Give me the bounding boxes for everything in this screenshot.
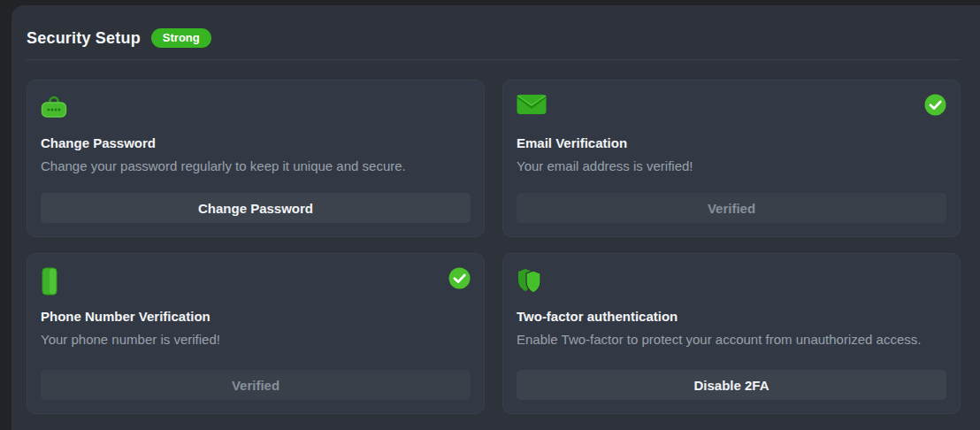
email-verified-button[interactable]: Verified: [517, 193, 946, 223]
card-two-factor: Two-factor authentication Enable Two-fac…: [502, 253, 961, 414]
shield-icon: [517, 267, 547, 296]
card-email-verification: Email Verification Your email address is…: [502, 80, 961, 237]
card-top-row: [41, 94, 471, 122]
panel-header: Security Setup Strong: [27, 27, 961, 48]
card-description: Enable Two-factor to protect your accoun…: [517, 332, 946, 347]
card-phone-verification: Phone Number Verification Your phone num…: [27, 253, 485, 414]
verified-check-icon: [924, 94, 946, 116]
header-divider: [27, 59, 961, 60]
verified-check-icon: [448, 267, 471, 289]
phone-icon: [41, 267, 58, 296]
card-description: Your email address is verified!: [517, 158, 946, 173]
security-cards-grid: Change Password Change your password reg…: [27, 80, 961, 414]
card-description: Change your password regularly to keep i…: [41, 158, 471, 173]
card-top-row: [41, 267, 471, 296]
disable-2fa-button[interactable]: Disable 2FA: [517, 370, 946, 400]
card-title: Phone Number Verification: [41, 309, 471, 324]
card-title: Email Verification: [517, 135, 946, 150]
card-description: Your phone number is verified!: [41, 332, 471, 347]
card-top-row: [517, 267, 946, 296]
change-password-button[interactable]: Change Password: [41, 193, 471, 223]
card-title: Change Password: [41, 135, 471, 150]
card-top-row: [517, 94, 946, 122]
phone-verified-button[interactable]: Verified: [41, 370, 471, 400]
mail-icon: [517, 94, 547, 115]
card-title: Two-factor authentication: [517, 309, 946, 324]
security-setup-panel: Security Setup Strong Change Passwor: [11, 5, 980, 430]
page-title: Security Setup: [27, 29, 141, 48]
card-change-password: Change Password Change your password reg…: [27, 80, 485, 237]
strength-badge: Strong: [151, 28, 211, 48]
lock-icon: [41, 94, 67, 119]
